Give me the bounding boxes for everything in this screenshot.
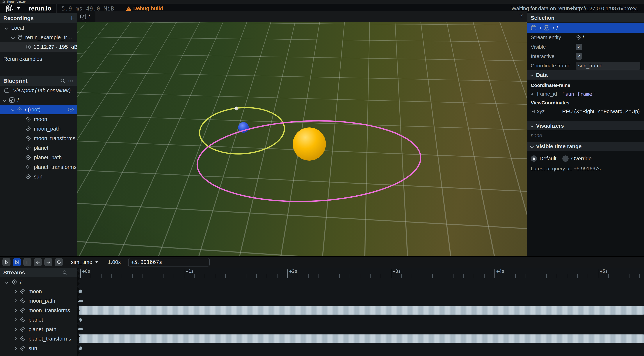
chevron-right-icon[interactable] (14, 318, 17, 321)
blueprint-root-row-selected[interactable]: / (root) — (0, 105, 77, 114)
visible-time-range-header[interactable]: Visible time range (528, 142, 644, 151)
blueprint-item[interactable]: planet_path (0, 153, 77, 162)
selection-breadcrumb[interactable]: / (528, 23, 644, 33)
ruler-minor-tick (536, 274, 536, 278)
blueprint-viewport-row[interactable]: Viewport (Tab container) (0, 86, 77, 95)
stream-row[interactable]: planet_path (0, 324, 77, 334)
ruler-minor-tick (432, 274, 433, 278)
default-radio[interactable] (531, 155, 537, 162)
spatial-view-icon[interactable] (544, 25, 550, 31)
blueprint-item[interactable]: moon (0, 114, 77, 124)
ruler-minor-tick (215, 274, 215, 278)
chevron-down-icon[interactable] (11, 36, 14, 39)
stream-row[interactable]: sun (0, 343, 77, 353)
search-icon[interactable] (60, 78, 66, 84)
step-forward-button[interactable] (44, 258, 52, 266)
chevron-right-icon[interactable] (14, 309, 17, 312)
ruler-minor-tick (339, 274, 340, 278)
chevron-down-icon[interactable] (530, 124, 534, 127)
xyz-value[interactable]: RFU (X=Right, Y=Forward, Z=Up) (562, 108, 640, 114)
play-button[interactable] (2, 258, 10, 266)
frame-id-value[interactable]: "sun_frame" (562, 91, 595, 97)
default-radio-label[interactable]: Default (540, 156, 556, 162)
event-bar-moon-transforms[interactable] (79, 306, 644, 314)
loop-button[interactable] (55, 258, 63, 266)
chevron-down-icon[interactable] (530, 73, 534, 77)
chevron-right-icon[interactable] (14, 346, 17, 350)
tab-root-view[interactable]: / (78, 11, 96, 22)
spatial-view-icon (80, 14, 86, 20)
override-radio-label[interactable]: Override (571, 156, 592, 162)
rerun-logo-icon[interactable] (6, 4, 14, 13)
streams-root-row[interactable]: / (0, 277, 77, 287)
visibility-eye-icon[interactable] (68, 106, 74, 113)
sun-sphere[interactable] (293, 127, 326, 160)
visualizers-section-header[interactable]: Visualizers (528, 121, 644, 130)
current-time-field[interactable]: +5.991667s (128, 258, 210, 266)
tab-container-icon[interactable] (531, 25, 536, 31)
chevron-right-icon[interactable] (14, 337, 17, 340)
recordings-group-local[interactable]: Local (0, 23, 77, 33)
more-menu-button[interactable]: ⋯ (68, 78, 74, 84)
event-marker-planet-path[interactable] (78, 328, 83, 330)
time-range-radio-group: Default Override (531, 155, 592, 162)
stream-row[interactable]: moon_path (0, 296, 77, 305)
latest-at-query: Latest-at query at: +5.991667s (531, 166, 601, 172)
recording-session-selected[interactable]: 10:12:27 - 195 KiB (0, 42, 77, 52)
step-back-button[interactable] (34, 258, 42, 266)
entity-icon (20, 289, 26, 294)
app-menu-caret-icon[interactable] (17, 7, 20, 10)
interactive-checkbox[interactable]: ✓ (576, 53, 582, 60)
override-radio[interactable] (562, 155, 568, 162)
stream-row[interactable]: planet (0, 315, 77, 324)
ruler-minor-tick (401, 274, 402, 278)
ruler-minor-tick (153, 274, 153, 278)
recording-item[interactable]: rerun_example_tr… (0, 33, 77, 42)
chevron-right-icon[interactable] (14, 299, 17, 302)
data-section-header[interactable]: Data (528, 70, 644, 80)
help-button[interactable]: ? (520, 13, 523, 19)
rerun-examples-header[interactable]: Rerun examples (0, 54, 77, 64)
blueprint-item[interactable]: moon_path (0, 124, 77, 133)
stream-row[interactable]: planet_transforms (0, 334, 77, 343)
blueprint-item[interactable]: planet_transforms (0, 162, 77, 172)
ruler-minor-tick (246, 274, 246, 278)
viewport-tab-bar: / ? (77, 11, 527, 22)
chevron-down-icon[interactable] (4, 26, 8, 30)
ruler-label: +4s (496, 269, 504, 274)
timeline-selector[interactable]: sim_time (71, 259, 92, 265)
scene-canvas (77, 22, 527, 256)
blueprint-item[interactable]: planet (0, 143, 77, 153)
coordinate-frame-field[interactable]: sun_frame (576, 62, 640, 70)
playback-speed[interactable]: 1.00x (108, 259, 121, 265)
chevron-right-icon[interactable] (14, 290, 17, 293)
spatial-view-icon (9, 97, 15, 103)
visualizers-none: none (531, 133, 542, 138)
chevron-down-icon[interactable] (3, 98, 6, 102)
chevron-down-icon[interactable] (5, 280, 8, 284)
blueprint-item[interactable]: sun (0, 172, 77, 182)
pause-button[interactable] (23, 258, 32, 266)
blueprint-item[interactable]: moon_transforms (0, 133, 77, 143)
moon-sphere[interactable] (234, 107, 238, 110)
search-icon[interactable] (62, 270, 68, 275)
breadcrumb-leaf[interactable]: / (556, 25, 558, 31)
spatial-3d-viewport[interactable] (77, 22, 527, 256)
stream-row-clipped[interactable] (0, 353, 77, 356)
timeline-area[interactable]: +0s +1s +2s +3s +4s +5s (77, 268, 644, 356)
timeline-dropdown-caret-icon[interactable] (95, 261, 98, 263)
visible-checkbox[interactable]: ✓ (576, 44, 582, 50)
stream-row[interactable]: moon_transforms (0, 305, 77, 315)
ruler-minor-tick (132, 274, 132, 278)
chevron-right-icon[interactable] (14, 328, 17, 331)
coordinate-frame-label: Coordinate frame (531, 63, 570, 69)
stream-entity-value[interactable]: / (576, 35, 584, 40)
add-recording-button[interactable]: + (70, 14, 74, 22)
chevron-down-icon[interactable] (530, 145, 534, 148)
event-bar-planet-transforms[interactable] (79, 334, 644, 343)
follow-button[interactable] (13, 258, 21, 266)
chevron-down-icon[interactable] (11, 108, 14, 111)
stream-row[interactable]: moon (0, 287, 77, 296)
remove-button[interactable]: — (58, 106, 63, 113)
blueprint-view-row[interactable]: / (0, 95, 77, 105)
